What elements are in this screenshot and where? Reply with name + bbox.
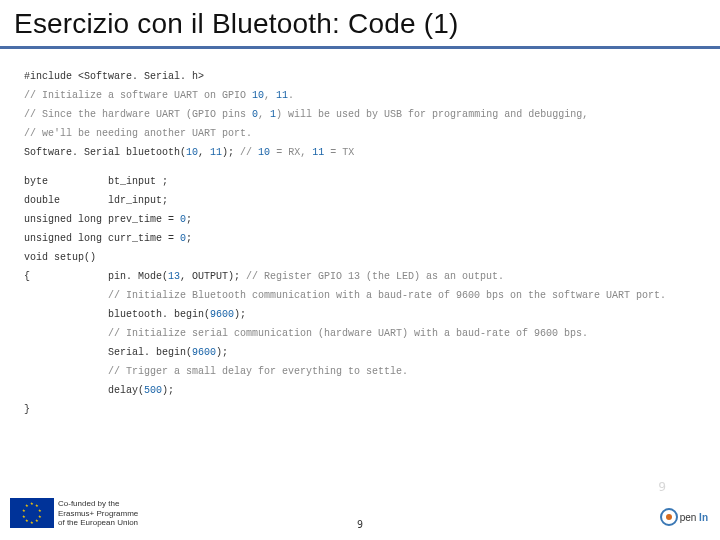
page-number: 9: [357, 519, 363, 530]
code-line: void setup(): [24, 248, 700, 267]
code-comment: // Initialize Bluetooth communication wi…: [24, 286, 700, 305]
code-line: Software. Serial bluetooth(10, 11); // 1…: [24, 143, 700, 162]
code-line: delay(500);: [24, 381, 700, 400]
code-comment: // we'll be needing another UART port.: [24, 124, 700, 143]
code-comment: // Since the hardware UART (GPIO pins 0,…: [24, 105, 700, 124]
code-comment: // Initialize serial communication (hard…: [24, 324, 700, 343]
code-block: #include <Software. Serial. h> // Initia…: [0, 49, 720, 423]
phantom-number: 9: [658, 479, 666, 494]
code-line: bluetooth. begin(9600);: [24, 305, 700, 324]
code-line: Serial. begin(9600);: [24, 343, 700, 362]
openin-logo: pen In: [660, 508, 708, 526]
code-line: #include <Software. Serial. h>: [24, 67, 700, 86]
code-comment: // Initialize a software UART on GPIO 10…: [24, 86, 700, 105]
code-line: byte bt_input ;: [24, 172, 700, 191]
code-comment: // Trigger a small delay for everything …: [24, 362, 700, 381]
code-line: { pin. Mode(13, OUTPUT); // Register GPI…: [24, 267, 700, 286]
code-line: unsigned long prev_time = 0;: [24, 210, 700, 229]
slide-footer: ★ ★ ★ ★ ★ ★ ★ ★ ★ ★ Co-funded by the Era…: [0, 484, 720, 534]
code-line: unsigned long curr_time = 0;: [24, 229, 700, 248]
logo-circle-icon: [660, 508, 678, 526]
code-line: double ldr_input;: [24, 191, 700, 210]
cofunded-text: Co-funded by the Erasmus+ Programme of t…: [58, 499, 138, 528]
eu-flag-icon: ★ ★ ★ ★ ★ ★ ★ ★ ★ ★: [10, 498, 54, 528]
code-line: }: [24, 400, 700, 419]
slide-title: Esercizio con il Bluetooth: Code (1): [0, 0, 720, 49]
